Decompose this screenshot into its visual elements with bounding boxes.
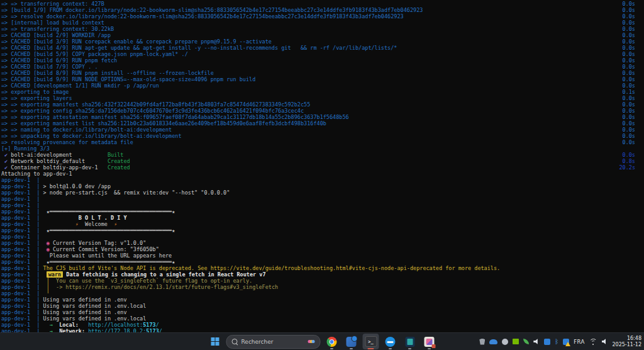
line-duration: 0.0s <box>618 108 635 114</box>
tray-onedrive-icon[interactable] <box>489 339 497 344</box>
terminal-line: => => naming to docker.io/library/bolt-a… <box>1 127 635 133</box>
line-duration: 0.0s <box>618 32 635 38</box>
terminal-line: app-dev-1 | Please wait until the URL ap… <box>1 252 635 259</box>
terminal-line: => CACHED [build 5/9] COPY package.json … <box>1 51 635 57</box>
tray-app-square-icon[interactable] <box>544 339 550 345</box>
line-duration: 0.0s <box>618 133 635 139</box>
line-duration: 0.0s <box>618 101 635 108</box>
line-duration: 0.0s <box>618 114 635 120</box>
terminal-window[interactable]: => => transferring context: 427B0.0s=> [… <box>0 0 644 332</box>
taskbar: Rechercher >_ <box>0 332 644 350</box>
taskbar-center: Rechercher >_ <box>207 333 438 350</box>
notepad-icon <box>405 337 414 347</box>
volume-icon[interactable] <box>602 339 608 344</box>
system-tray: ᛒ FRA 16:48 2025-11-12 <box>479 333 641 350</box>
terminal-line: => => transferring context: 427B0.0s <box>1 1 635 7</box>
line-duration: 0.0s <box>618 139 635 145</box>
running-indicator <box>350 348 353 349</box>
line-duration: 0.0s <box>618 82 635 89</box>
terminal-line: app-dev-1 | <box>1 177 635 183</box>
tray-leaf-icon[interactable] <box>523 339 529 344</box>
terminal-line: app-dev-1 | > bolt@1.0.0 dev /app <box>1 183 635 189</box>
start-button[interactable] <box>207 334 223 349</box>
terminal-line: [+] Running 3/3 <box>1 145 635 152</box>
docker-icon <box>386 337 396 347</box>
terminal-line: => [internal] load build context0.0s <box>1 20 635 26</box>
tray-shield-icon[interactable] <box>479 339 485 345</box>
active-indicator <box>368 348 374 349</box>
taskbar-app-docker[interactable] <box>382 334 399 349</box>
terminal-line: app-dev-1 | <box>1 202 635 208</box>
terminal-line: app-dev-1 | ⚡ Welcome ⚡ <box>1 221 635 227</box>
tray-network-warning-icon[interactable] <box>563 339 569 345</box>
terminal-line: app-dev-1 | ★═══════════════════════════… <box>1 227 635 234</box>
terminal-line: => => exporting attestation manifest sha… <box>1 114 635 120</box>
terminal-line: => [build 1/9] FROM docker.io/library/no… <box>1 7 635 13</box>
taskbar-app-notepad[interactable] <box>402 334 418 349</box>
terminal-line: app-dev-1 | Using vars defined in .env.l… <box>1 315 635 322</box>
taskbar-app-remote-tool[interactable] <box>343 334 360 349</box>
taskbar-app-terminal[interactable]: >_ <box>363 334 379 349</box>
line-duration: 0.0s <box>618 20 635 26</box>
photos-icon <box>425 337 435 347</box>
terminal-line: Attaching to app-dev-1 <box>1 171 635 177</box>
line-duration: 0.0s <box>618 76 635 82</box>
terminal-line: => exporting to image0.1s <box>1 89 635 95</box>
search-highlights-icon <box>309 340 315 343</box>
chrome-icon <box>327 337 337 347</box>
line-duration: 0.0s <box>618 45 635 51</box>
line-duration: 0.0s <box>618 13 635 20</box>
clock-time: 16:48 <box>613 336 642 342</box>
line-duration: 0.8s <box>618 158 635 164</box>
terminal-icon: >_ <box>365 336 377 347</box>
running-indicator <box>389 348 392 349</box>
line-duration: 0.0s <box>618 120 635 127</box>
windows-logo-icon <box>211 337 219 346</box>
terminal-line: => => exporting manifest sha256:432f3224… <box>1 101 635 108</box>
terminal-line: => => transferring context: 30.22kB0.0s <box>1 26 635 32</box>
terminal-line: => => exporting manifest list sha256:121… <box>1 120 635 127</box>
terminal-line: ✔ Network boltdiy_default Created0.8s <box>1 158 635 164</box>
language-indicator[interactable]: FRA <box>574 339 584 345</box>
line-duration: 0.0s <box>618 95 635 101</box>
line-duration: 0.0s <box>618 127 635 133</box>
clock[interactable]: 16:48 2025-11-12 <box>613 336 642 347</box>
line-duration: 0.0s <box>618 1 635 7</box>
desktop: => => transferring context: 427B0.0s=> [… <box>0 0 644 350</box>
tray-bluetooth-icon[interactable]: ᛒ <box>555 339 558 345</box>
terminal-line: app-dev-1 | ◉ Current Version Tag: v"1.0… <box>1 240 635 246</box>
line-duration: 0.0s <box>618 26 635 32</box>
terminal-line: => => resolve docker.io/library/node:22-… <box>1 13 635 20</box>
terminal-line: => CACHED [build 9/9] RUN NODE_OPTIONS=-… <box>1 76 635 82</box>
tray-nvidia-icon[interactable] <box>513 339 519 344</box>
terminal-line: app-dev-1 | → Network: http://172.18.0.2… <box>1 328 635 332</box>
taskbar-app-chrome[interactable] <box>324 334 340 349</box>
terminal-line: app-dev-1 | ★═══════════════════════════… <box>1 259 635 265</box>
running-indicator <box>330 348 333 349</box>
line-duration: 0.0s <box>618 70 635 76</box>
terminal-line: => CACHED [build 3/9] RUN corepack enabl… <box>1 38 635 45</box>
terminal-line: => CACHED [build 7/9] COPY . .0.0s <box>1 64 635 70</box>
clock-date: 2025-11-12 <box>613 342 642 348</box>
line-duration: 0.1s <box>618 89 635 95</box>
terminal-line: => resolving provenance for metadata fil… <box>1 139 635 145</box>
terminal-line: app-dev-1 | ╵ <box>1 290 635 296</box>
search-box[interactable]: Rechercher <box>226 335 321 349</box>
search-input[interactable]: Rechercher <box>242 339 306 345</box>
tray-audio-icon[interactable] <box>533 339 540 344</box>
terminal-line: app-dev-1 | <box>1 196 635 202</box>
terminal-line: => => exporting layers0.0s <box>1 95 635 101</box>
terminal-line: => CACHED [build 8/9] RUN pnpm install -… <box>1 70 635 76</box>
running-indicator <box>408 348 411 349</box>
terminal-line: app-dev-1 | The CJS build of Vite's Node… <box>1 265 635 271</box>
search-icon <box>232 339 238 344</box>
terminal-line: => CACHED [build 4/9] RUN apt-get update… <box>1 45 635 51</box>
wifi-icon[interactable] <box>589 339 597 345</box>
remote-tool-icon <box>347 337 357 347</box>
taskbar-app-photos[interactable] <box>421 334 438 349</box>
terminal-line: app-dev-1 | Using vars defined in .env <box>1 296 635 303</box>
terminal-line: app-dev-1 | <box>1 234 635 240</box>
terminal-line: => CACHED [development 1/1] RUN mkdir -p… <box>1 82 635 89</box>
tray-steam-icon[interactable] <box>502 339 508 345</box>
terminal-line: app-dev-1 | │ -> https://remix.run/docs/… <box>1 284 635 290</box>
